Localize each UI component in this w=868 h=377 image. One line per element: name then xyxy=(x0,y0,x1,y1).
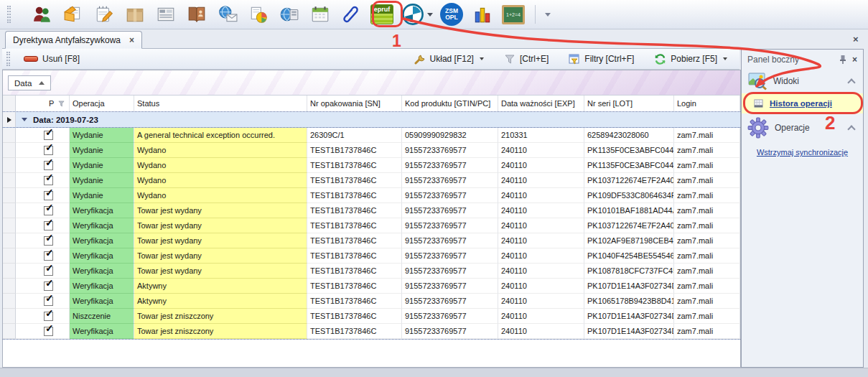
newspaper-icon[interactable] xyxy=(154,2,178,27)
row-checkbox[interactable]: ✓ xyxy=(44,206,53,215)
table-row[interactable]: ✓ Weryfikacja Towar jest wydany TEST1B17… xyxy=(3,218,740,233)
cell-status: Towar jest zniszczony xyxy=(134,324,307,339)
row-checkbox[interactable]: ✓ xyxy=(44,146,53,155)
table-row[interactable]: ✓ Weryfikacja Towar jest wydany TEST1B17… xyxy=(3,233,740,248)
table-row[interactable]: ✓ Weryfikacja Towar jest wydany TEST1B17… xyxy=(3,248,740,264)
table-row[interactable]: ✓ Wydanie Wydano TEST1B1737846C 91557233… xyxy=(3,173,740,188)
group-row-date[interactable]: Data: 2019-07-23 xyxy=(3,112,740,128)
row-checkbox[interactable]: ✓ xyxy=(44,281,53,291)
column-header-operacja[interactable]: Operacja xyxy=(70,96,134,111)
row-indicator-cell xyxy=(3,248,16,264)
group-by-data-button[interactable]: Data xyxy=(8,75,51,90)
users-icon[interactable] xyxy=(30,2,55,27)
column-header-login[interactable]: Login xyxy=(674,96,740,111)
table-row[interactable]: ✓ Weryfikacja Aktywny TEST1B1737846C 915… xyxy=(3,294,740,309)
bar-chart-icon[interactable] xyxy=(470,2,495,27)
cell-kod-produktu: 91557233769577 xyxy=(402,264,498,279)
table-row[interactable]: ✓ Niszczenie Towar jest zniszczony TEST1… xyxy=(3,309,740,324)
nmvs-icon[interactable] xyxy=(401,2,425,27)
column-header-nr-seri[interactable]: Nr seri [LOT] xyxy=(584,96,674,111)
cell-nr-seri: PK1037122674E7F2A40 xyxy=(584,173,674,188)
funnel-gray-icon xyxy=(504,53,515,65)
cell-p: ✓ xyxy=(16,309,70,324)
nmvs-dropdown-caret[interactable] xyxy=(427,13,433,17)
report-pie-icon[interactable] xyxy=(246,2,271,27)
chevron-up-icon[interactable] xyxy=(847,78,855,86)
package-icon[interactable] xyxy=(123,2,147,27)
filter-funnel-icon[interactable] xyxy=(58,101,65,107)
row-checkbox[interactable]: ✓ xyxy=(44,131,53,140)
cell-kod-produktu: 91557233769577 xyxy=(402,233,498,248)
table-row[interactable]: ✓ Weryfikacja Aktywny TEST1B1737846C 915… xyxy=(3,279,740,294)
row-checkbox[interactable]: ✓ xyxy=(44,176,53,185)
clear-filter-button[interactable]: [Ctrl+E] xyxy=(499,51,554,67)
table-row[interactable]: ✓ Weryfikacja Towar jest wydany TEST1B17… xyxy=(3,203,740,218)
delete-button[interactable]: Usuń [F8] xyxy=(19,52,85,66)
side-panel-close-icon[interactable]: × xyxy=(852,55,857,65)
table-row[interactable]: ✓ Wydanie Wydano TEST1B1737846C 91557233… xyxy=(3,188,740,203)
row-checkbox[interactable]: ✓ xyxy=(44,312,53,321)
globe-server-icon[interactable] xyxy=(277,2,302,27)
download-button[interactable]: Pobierz [F5] xyxy=(649,51,732,68)
cell-nr-seri: 62589423028060 xyxy=(584,128,674,143)
row-checkbox[interactable]: ✓ xyxy=(44,221,53,231)
cell-login: zam7.mali xyxy=(674,294,740,309)
sidebar-item-histora-operacji[interactable]: Histora operacji xyxy=(742,93,863,113)
column-header-data-waznosci[interactable]: Data ważności [EXP] xyxy=(498,96,584,111)
cell-kod-produktu: 91557233769577 xyxy=(402,218,498,233)
documents-icon[interactable] xyxy=(61,2,85,27)
tab-dyrektywa-antyfalszywkowa[interactable]: Dyrektywa Antyfałszywkowa × xyxy=(5,31,142,49)
cell-status: Towar jest wydany xyxy=(134,248,307,264)
cell-status: Towar jest zniszczony xyxy=(134,309,307,324)
cell-nr-opakowania: 26309C/1 xyxy=(307,128,402,143)
row-checkbox[interactable]: ✓ xyxy=(44,251,53,261)
epruf-icon[interactable]: epruf xyxy=(370,2,394,27)
toolbar-grip[interactable] xyxy=(7,6,11,23)
histora-operacji-link[interactable]: Histora operacji xyxy=(770,99,832,108)
row-checkbox[interactable]: ✓ xyxy=(44,161,53,170)
section-widoki[interactable]: Widoki xyxy=(742,69,863,93)
document-area-close-icon[interactable]: × xyxy=(853,34,859,45)
row-checkbox[interactable]: ✓ xyxy=(44,266,53,276)
column-header-status[interactable]: Status xyxy=(134,96,307,111)
column-header-nr-opakowania[interactable]: Nr opakowania [SN] xyxy=(307,96,402,111)
column-header-kod-produktu[interactable]: Kod produktu [GTIN/PC] xyxy=(402,96,498,111)
table-row[interactable]: ✓ Wydanie Wydano TEST1B1737846C 91557233… xyxy=(3,143,740,158)
row-checkbox[interactable]: ✓ xyxy=(44,191,53,200)
status-strip xyxy=(0,368,868,377)
row-checkbox[interactable]: ✓ xyxy=(44,236,53,246)
action-toolbar-grip[interactable] xyxy=(6,52,10,66)
toolbar-overflow-caret[interactable] xyxy=(545,13,551,17)
layout-button[interactable]: Układ [F12] xyxy=(409,51,489,67)
cell-status: Wydano xyxy=(134,173,307,188)
cell-p: ✓ xyxy=(16,158,70,173)
chalkboard-icon[interactable]: 1+2=4 xyxy=(501,2,526,27)
notepad-icon[interactable] xyxy=(92,2,116,27)
table-row[interactable]: ✓ Wydanie Wydano TEST1B1737846C 91557233… xyxy=(3,158,740,173)
table-row[interactable]: ✓ Weryfikacja Towar jest zniszczony TEST… xyxy=(3,324,740,339)
tab-close-icon[interactable]: × xyxy=(129,35,134,45)
cell-operacja: Weryfikacja xyxy=(70,324,134,339)
calendar-icon[interactable] xyxy=(308,2,332,27)
row-checkbox[interactable]: ✓ xyxy=(44,297,53,306)
section-operacje[interactable]: Operacje xyxy=(742,113,863,142)
filters-button[interactable]: Filtry [Ctrl+F] xyxy=(564,51,639,67)
checkbox-check-icon: ✓ xyxy=(45,128,54,138)
column-header-p[interactable]: P xyxy=(16,96,70,111)
wstrzymaj-synchronizacje-link[interactable]: Wstrzymaj synchronizację xyxy=(757,148,848,157)
zsm-opl-icon[interactable]: ZSM OPL xyxy=(439,2,464,27)
table-row[interactable]: ✓ Wydanie A general technical exception … xyxy=(3,128,740,143)
pin-icon[interactable] xyxy=(839,55,846,65)
cell-login: zam7.mali xyxy=(674,203,740,218)
cell-login: zam7.mali xyxy=(674,264,740,279)
row-checkbox[interactable]: ✓ xyxy=(44,327,53,336)
cell-nr-opakowania: TEST1B1737846C xyxy=(307,279,402,294)
globe-mail-icon[interactable] xyxy=(215,2,240,27)
paperclip-icon[interactable] xyxy=(339,2,363,27)
address-book-icon[interactable] xyxy=(185,2,209,27)
chevron-up-icon[interactable] xyxy=(847,125,855,133)
cell-data-waznosci: 240110 xyxy=(498,279,584,294)
table-row[interactable]: ✓ Weryfikacja Towar jest wydany TEST1B17… xyxy=(3,264,740,279)
group-collapse-icon[interactable] xyxy=(22,118,27,121)
group-by-panel: Data xyxy=(3,70,740,96)
